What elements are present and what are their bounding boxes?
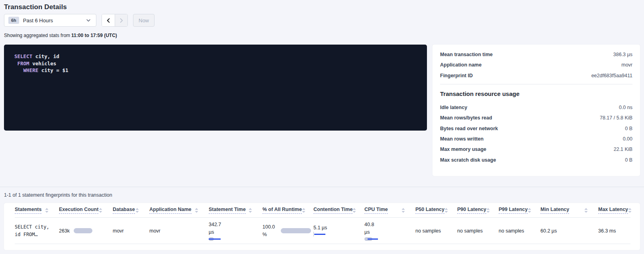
sql-line: WHERE city = $1 (14, 67, 417, 74)
column-header-contention-time[interactable]: Contention Time (313, 207, 364, 214)
summary-row-application-name: Application name movr (440, 60, 632, 70)
column-header-execution-count[interactable]: Execution Count (59, 207, 113, 214)
sort-caret-icon (45, 208, 49, 213)
sql-line: SELECT city, id (14, 53, 417, 60)
time-controls: 6h Past 6 Hours Now (4, 14, 640, 27)
subtitle-range: 11:00 to 17:59 (UTC) (71, 33, 117, 38)
sort-caret-icon (135, 208, 139, 213)
summary-row-fingerprint-id: Fingerprint ID ee2df683f5aa9411 (440, 70, 632, 81)
cell-execution-count: 263k (59, 228, 113, 234)
cpu-time-bar (364, 237, 378, 241)
column-header-statements[interactable]: Statements (15, 207, 59, 214)
cell-p50-latency: no samples (415, 228, 457, 234)
column-header-statement-time[interactable]: Statement Time (209, 207, 262, 214)
sort-caret-icon (249, 208, 252, 213)
sort-caret-icon (195, 208, 198, 213)
statement-link[interactable]: SELECT city, id FROM… (15, 223, 55, 238)
cell-cpu-time: 40.8 µs (364, 221, 415, 241)
sort-caret-icon (486, 208, 490, 213)
summary-divider (440, 84, 632, 84)
sort-caret-icon (352, 208, 356, 213)
column-header-p99-latency[interactable]: P99 Latency (499, 207, 540, 214)
time-range-label: Past 6 Hours (23, 18, 53, 23)
statement-time-bar (209, 237, 221, 241)
column-header-cpu-time[interactable]: CPU Time (364, 207, 415, 214)
subtitle-prefix: Showing aggregated stats from (4, 33, 70, 38)
time-range-dropdown[interactable]: 6h Past 6 Hours (4, 14, 96, 27)
summary-row-mean-transaction-time: Mean transaction time 386.3 µs (440, 49, 632, 60)
cell-application-name: movr (149, 228, 209, 234)
resource-row-bytes-read-over-network: Bytes read over network 0 B (440, 123, 632, 133)
column-header-p90-latency[interactable]: P90 Latency (457, 207, 499, 214)
contention-time-bar (313, 232, 325, 236)
chevron-down-icon (86, 18, 91, 23)
sql-line: FROM vehicles (14, 60, 417, 67)
sql-statement-box: SELECT city, id FROM vehicles WHERE city… (4, 45, 427, 131)
fingerprint-count-text: 1-1 of 1 statement fingerprints for this… (4, 192, 640, 198)
time-range-arrow-group (102, 14, 128, 27)
sort-caret-icon (444, 208, 448, 213)
resource-row-mean-rows-bytes-read: Mean rows/bytes read 78.17 / 5.8 KiB (440, 113, 632, 123)
column-header-application-name[interactable]: Application Name (149, 207, 209, 214)
statements-table-card: Statements Execution Count Database Appl… (4, 203, 640, 250)
page-title: Transaction Details (4, 0, 640, 11)
cell-statement: SELECT city, id FROM… (15, 223, 59, 238)
column-header-min-latency[interactable]: Min Latency (540, 207, 598, 214)
cell-contention-time: 5.1 µs (313, 225, 364, 236)
resource-row-max-scratch-disk-usage: Max scratch disk usage 0 B (440, 154, 632, 165)
sort-caret-icon (401, 208, 405, 213)
now-button[interactable]: Now (133, 14, 155, 27)
cell-statement-time: 342.7 µs (209, 221, 262, 241)
aggregated-stats-subtitle: Showing aggregated stats from11:00 to 17… (4, 33, 640, 38)
section-divider (0, 187, 644, 187)
chevron-right-icon (118, 18, 124, 23)
resource-row-mean-rows-written: Mean rows written 0.00 (440, 134, 632, 144)
prev-range-button[interactable] (102, 14, 115, 26)
column-header-percent-of-all-runtime[interactable]: % of All Runtime (262, 207, 313, 214)
cell-max-latency: 36.3 ms (598, 228, 630, 234)
time-range-badge: 6h (8, 17, 19, 24)
column-header-max-latency[interactable]: Max Latency (598, 207, 630, 214)
sort-caret-icon (584, 208, 588, 213)
resource-row-idle-latency: Idle latency 0.0 ns (440, 102, 632, 113)
statements-table-header: Statements Execution Count Database Appl… (15, 203, 630, 218)
statement-row: SELECT city, id FROM… 263k movr movr 342… (15, 218, 630, 244)
details-main-row: SELECT city, id FROM vehicles WHERE city… (4, 45, 640, 176)
execution-count-bar (74, 228, 92, 233)
cell-percent-of-all-runtime: 100.0 % (262, 223, 313, 238)
cell-database: movr (113, 228, 149, 234)
cell-p90-latency: no samples (457, 228, 499, 234)
resource-usage-section-title: Transaction resource usage (440, 90, 632, 97)
cell-min-latency: 60.2 µs (540, 228, 598, 234)
sort-caret-icon (99, 208, 102, 213)
sort-caret-icon (628, 208, 632, 213)
cell-p99-latency: no samples (499, 228, 540, 234)
transaction-summary-card: Mean transaction time 386.3 µs Applicati… (433, 45, 640, 176)
sort-caret-icon (302, 208, 305, 213)
resource-row-max-memory-usage: Max memory usage 22.1 KiB (440, 144, 632, 154)
column-header-database[interactable]: Database (113, 207, 149, 214)
percent-runtime-bar (281, 228, 311, 233)
chevron-left-icon (106, 18, 112, 23)
column-header-p50-latency[interactable]: P50 Latency (415, 207, 457, 214)
next-range-button[interactable] (115, 14, 127, 26)
sort-caret-icon (528, 208, 531, 213)
